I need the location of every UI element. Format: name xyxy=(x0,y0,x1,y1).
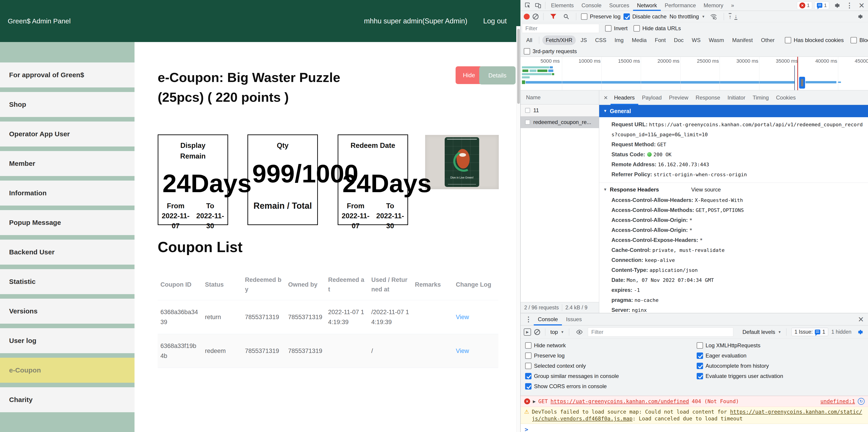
issues-counter[interactable]: 1 Issue: 1 xyxy=(792,328,828,336)
type-filter-font[interactable]: Font xyxy=(651,35,669,45)
console-kebab-icon[interactable]: ⋮ xyxy=(523,315,534,323)
console-setting-eager-evaluation[interactable]: Eager evaluation xyxy=(697,353,868,359)
network-conditions-icon[interactable] xyxy=(708,13,719,20)
sidebar-item-for-approval-of-green-[interactable]: For approval of Green$ xyxy=(0,63,134,88)
sidebar-item-operator-app-user[interactable]: Operator App User xyxy=(0,122,134,146)
hidden-messages-label[interactable]: 1 hidden xyxy=(831,329,851,335)
devtools-tab-network[interactable]: Network xyxy=(633,0,661,11)
detail-tab-initiator[interactable]: Initiator xyxy=(724,90,749,105)
type-filter-doc[interactable]: Doc xyxy=(671,35,687,45)
sidebar-item-backend-user[interactable]: Backend User xyxy=(0,240,134,265)
invert-checkbox[interactable]: Invert xyxy=(605,25,628,32)
hide-button[interactable]: Hide xyxy=(456,66,483,84)
response-headers-section-header[interactable]: ▼ Response Headers View source xyxy=(599,183,868,195)
export-har-icon[interactable]: ↓ xyxy=(734,13,737,20)
sidebar-item-user-log[interactable]: User log xyxy=(0,328,134,353)
console-setting-autocomplete-from-history[interactable]: Autocomplete from history xyxy=(697,363,868,369)
console-setting-show-cors-errors-in-console[interactable]: Show CORS errors in console xyxy=(525,383,697,390)
error-url-link[interactable]: https://uat-greenycoins.kanhan.com/undef… xyxy=(551,398,689,404)
settings-gear-icon[interactable] xyxy=(831,2,842,9)
type-filter-other[interactable]: Other xyxy=(757,35,778,45)
detail-tab-timing[interactable]: Timing xyxy=(749,90,772,105)
type-filter-fetch-xhr[interactable]: Fetch/XHR xyxy=(542,35,576,45)
devtools-close-icon[interactable]: × xyxy=(857,1,866,10)
type-filter-wasm[interactable]: Wasm xyxy=(705,35,727,45)
import-har-icon[interactable]: ↑ xyxy=(729,13,732,20)
disable-cache-checkbox[interactable]: Disable cache xyxy=(623,13,667,20)
type-filter-js[interactable]: JS xyxy=(577,35,590,45)
requests-name-header[interactable]: Name xyxy=(521,90,599,104)
request-row[interactable]: 11 xyxy=(521,104,599,116)
console-prompt[interactable]: > xyxy=(521,424,868,432)
filter-funnel-icon[interactable] xyxy=(548,13,558,20)
error-badge[interactable]: ×1 xyxy=(797,2,812,9)
log-levels-select[interactable]: Default levels▼ xyxy=(742,329,781,335)
live-expression-eye-icon[interactable] xyxy=(574,329,585,335)
general-section-header[interactable]: ▼ General xyxy=(599,105,868,117)
type-filter-media[interactable]: Media xyxy=(628,35,650,45)
sidebar-item-information[interactable]: Information xyxy=(0,180,134,205)
sidebar-item-charity[interactable]: Charity xyxy=(0,387,134,412)
type-filter-manifest[interactable]: Manifest xyxy=(729,35,756,45)
sidebar-item-versions[interactable]: Versions xyxy=(0,299,134,324)
detail-tab-preview[interactable]: Preview xyxy=(665,90,692,105)
sidebar-item-popup-message[interactable]: Popup Message xyxy=(0,210,134,235)
third-party-requests-checkbox[interactable]: 3rd-party requests xyxy=(524,48,577,55)
change-log-view-link[interactable]: View xyxy=(456,347,469,354)
error-source-link[interactable]: undefined:1 xyxy=(820,398,855,404)
detail-tab-response[interactable]: Response xyxy=(692,90,724,105)
console-filter-input[interactable] xyxy=(588,328,733,337)
view-source-link[interactable]: View source xyxy=(691,187,721,193)
tab-console[interactable]: Console xyxy=(534,313,562,326)
scrollbar-thumb[interactable] xyxy=(517,29,520,104)
issue-link-icon[interactable]: ↻ xyxy=(858,398,865,405)
console-setting-selected-context-only[interactable]: Selected context only xyxy=(525,363,697,369)
message-badge[interactable]: 1 xyxy=(814,2,829,9)
console-settings-gear-icon[interactable] xyxy=(855,329,865,335)
devtools-tab-performance[interactable]: Performance xyxy=(661,0,700,11)
devtools-tab-elements[interactable]: Elements xyxy=(547,0,578,11)
network-settings-gear-icon[interactable] xyxy=(855,13,865,20)
sidebar-item-statistic[interactable]: Statistic xyxy=(0,269,134,294)
triangle-right-icon[interactable]: ▶ xyxy=(533,399,535,404)
network-filter-input[interactable] xyxy=(522,24,599,33)
devtools-tab-sources[interactable]: Sources xyxy=(605,0,633,11)
devtools-tab-console[interactable]: Console xyxy=(578,0,605,11)
console-setting-preserve-log[interactable]: Preserve log xyxy=(525,353,697,359)
kebab-menu-icon[interactable]: ⋮ xyxy=(844,1,855,9)
detail-tab-payload[interactable]: Payload xyxy=(638,90,665,105)
type-filter-ws[interactable]: WS xyxy=(688,35,704,45)
network-timeline[interactable]: 5000 ms10000 ms15000 ms20000 ms25000 ms3… xyxy=(521,57,868,90)
blocked-requests-checkbox[interactable]: Blocked Requests xyxy=(850,37,868,43)
logout-button[interactable]: Log out xyxy=(483,17,507,25)
sidebar-item-e-coupon[interactable]: e-Coupon xyxy=(0,358,134,383)
hide-data-urls-checkbox[interactable]: Hide data URLs xyxy=(633,25,681,32)
console-setting-log-xmlhttprequests[interactable]: Log XMLHttpRequests xyxy=(697,342,868,348)
type-filter-img[interactable]: Img xyxy=(611,35,627,45)
console-sidebar-toggle-icon[interactable]: ▶ xyxy=(524,328,531,336)
has-blocked-cookies-checkbox[interactable]: Has blocked cookies xyxy=(785,37,844,43)
sidebar-item-member[interactable]: Member xyxy=(0,151,134,176)
context-select[interactable]: top▼ xyxy=(550,329,564,335)
sidebar-item-shop[interactable]: Shop xyxy=(0,92,134,117)
throttling-select[interactable]: No throttling▼ xyxy=(670,13,705,20)
device-toolbar-icon[interactable] xyxy=(533,2,543,9)
inspect-icon[interactable] xyxy=(522,2,533,9)
close-details-icon[interactable]: × xyxy=(601,93,611,102)
console-setting-hide-network[interactable]: Hide network xyxy=(525,342,697,348)
clear-icon[interactable] xyxy=(533,13,538,20)
tab-issues[interactable]: Issues xyxy=(562,313,586,326)
timeline-selection-handle[interactable] xyxy=(799,77,805,89)
devtools-tab-memory[interactable]: Memory xyxy=(700,0,727,11)
clear-console-icon[interactable] xyxy=(534,329,540,335)
page-scrollbar[interactable] xyxy=(516,26,520,432)
detail-tab-cookies[interactable]: Cookies xyxy=(772,90,799,105)
more-tabs-button[interactable]: » xyxy=(727,0,738,11)
details-button[interactable]: Details xyxy=(479,66,516,85)
console-setting-evaluate-triggers-user-activation[interactable]: Evaluate triggers user activation xyxy=(697,373,868,379)
search-icon[interactable] xyxy=(561,13,571,20)
detail-tab-headers[interactable]: Headers xyxy=(611,90,639,105)
record-icon[interactable] xyxy=(524,13,530,20)
console-close-icon[interactable]: × xyxy=(856,314,866,324)
type-filter-all[interactable]: All xyxy=(523,35,536,45)
